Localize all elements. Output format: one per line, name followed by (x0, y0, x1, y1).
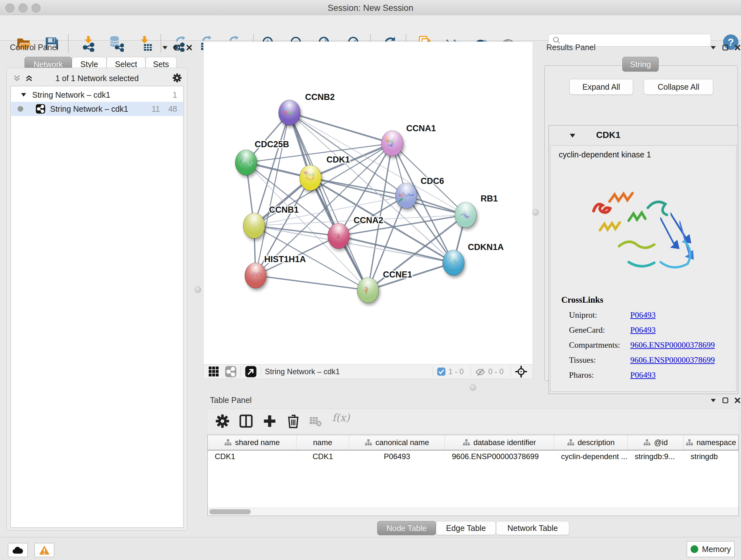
node-label-ccne1: CCNE1 (383, 270, 412, 279)
network-graph[interactable]: CCNB2CCNA1CDC25BCDK1CDC6RB1CCNB1CCNA2CDK… (204, 42, 533, 365)
column-header-namespace[interactable]: namespace (684, 435, 738, 450)
statusbar-separator (261, 366, 261, 377)
network-edge[interactable] (289, 113, 392, 143)
statusbar-separator (433, 366, 433, 377)
network-row[interactable]: String Network – cdk1 11 48 (11, 102, 183, 116)
crosslink-link[interactable]: P06493 (630, 310, 656, 320)
crosslink-link[interactable]: P06493 (630, 370, 656, 380)
window-titlebar: Session: New Session (0, 0, 741, 16)
table-toolbar: f(x) (207, 409, 739, 434)
network-collection-row[interactable]: String Network – cdk1 1 (11, 88, 183, 102)
column-header-database-identifier[interactable]: database identifier (445, 435, 554, 450)
network-edge[interactable] (256, 275, 368, 290)
table-cell[interactable]: cyclin-dependent ... (554, 450, 628, 463)
tab-network-table[interactable]: Network Table (496, 521, 569, 535)
crosslink-link[interactable]: P06493 (630, 325, 656, 335)
network-options-gear-icon[interactable] (172, 73, 182, 83)
network-node-ccna1[interactable]: CCNA1 (381, 124, 436, 156)
network-edge[interactable] (256, 113, 289, 275)
panel-menu-icon[interactable] (710, 397, 717, 404)
node-label-ccnb2: CCNB2 (305, 92, 335, 102)
fit-content-crosshair-icon[interactable] (515, 365, 528, 378)
table-cell[interactable]: stringdb:9... (628, 450, 684, 463)
add-column-icon[interactable] (262, 414, 277, 429)
network-node-cdkn1a[interactable]: CDKN1A (443, 242, 504, 275)
hidden-node-edge-counts: 0 - 0 (488, 367, 503, 376)
results-panel-title: Results Panel (546, 43, 596, 52)
warnings-button[interactable] (35, 543, 54, 557)
crosslink-row: Pharos:P06493 (561, 370, 715, 380)
delete-table-icon[interactable] (309, 415, 322, 427)
right-splitter-grip[interactable] (532, 209, 539, 215)
tree-expander-icon[interactable] (20, 91, 27, 98)
delete-column-icon[interactable] (286, 414, 301, 429)
network-badge-icon[interactable] (225, 366, 237, 378)
crosslink-link[interactable]: 9606.ENSP00000378699 (630, 340, 715, 350)
column-attribute-icon (685, 439, 693, 446)
results-panel: Results Panel String Expand All Collapse… (542, 40, 741, 391)
statusbar-separator (471, 366, 471, 377)
horizontal-splitter-grip[interactable] (470, 384, 476, 391)
birds-eye-view-icon[interactable] (208, 366, 219, 377)
control-panel: Control Panel Network Style Select Sets … (4, 40, 190, 536)
show-columns-icon[interactable] (239, 414, 254, 429)
table-options-gear-icon[interactable] (215, 414, 230, 429)
column-header-label: canonical name (375, 438, 429, 447)
panel-float-icon[interactable] (174, 44, 181, 51)
panel-float-icon[interactable] (722, 397, 729, 404)
detach-view-icon[interactable] (245, 366, 257, 378)
column-header-shared-name[interactable]: shared name (208, 435, 296, 450)
table-cell[interactable]: P06493 (349, 450, 445, 463)
hidden-eye-slash-icon[interactable] (475, 366, 486, 377)
scrollbar-thumb[interactable] (209, 509, 251, 514)
crosslink-row: Compartments:9606.ENSP00000378699 (561, 340, 715, 350)
cloud-status-button[interactable] (8, 543, 28, 557)
table-horizontal-scrollbar[interactable] (208, 508, 738, 516)
network-canvas[interactable]: CCNB2CCNA1CDC25BCDK1CDC6RB1CCNB1CCNA2CDK… (203, 42, 533, 365)
column-header-canonical-name[interactable]: canonical name (349, 435, 445, 450)
network-node-rb1[interactable]: RB1 (455, 194, 498, 228)
column-header--id[interactable]: @id (628, 435, 684, 450)
table-cell[interactable]: CDK1 (296, 450, 349, 463)
column-header-description[interactable]: description (554, 435, 628, 450)
network-edge[interactable] (339, 236, 454, 263)
network-current-dot (17, 106, 23, 112)
network-edge[interactable] (254, 226, 339, 236)
node-label-rb1: RB1 (481, 194, 498, 203)
panel-menu-icon[interactable] (161, 44, 169, 51)
network-node-hist1h1a[interactable]: HIST1H1A (245, 254, 306, 288)
network-row-label: String Network – cdk1 (50, 105, 151, 114)
gene-section-header[interactable]: CDK1 (549, 125, 738, 145)
panel-float-icon[interactable] (722, 44, 729, 51)
crosslink-link[interactable]: 9606.ENSP00000378699 (630, 355, 715, 365)
selected-checkbox-icon[interactable] (437, 367, 446, 376)
expand-all-button[interactable]: Expand All (569, 79, 633, 95)
crosslinks-section: CrossLinks Uniprot:P06493GeneCard:P06493… (561, 295, 715, 380)
table-row[interactable]: CDK1CDK1P064939606.ENSP00000378699cyclin… (208, 450, 738, 463)
crosslink-label: Uniprot: (569, 310, 630, 320)
tab-string[interactable]: String (622, 57, 659, 71)
tab-edge-table[interactable]: Edge Table (436, 521, 496, 535)
control-panel-title: Control Panel (10, 43, 58, 52)
statusbar-separator (241, 366, 241, 377)
table-cell[interactable]: 9606.ENSP00000378699 (445, 450, 554, 463)
table-cell[interactable]: CDK1 (208, 450, 296, 463)
panel-close-icon[interactable] (186, 44, 193, 51)
cloud-icon (12, 546, 23, 554)
collection-count: 1 (173, 90, 177, 100)
panel-menu-icon[interactable] (710, 44, 717, 51)
column-header-name[interactable]: name (296, 435, 349, 450)
network-edge[interactable] (289, 113, 466, 215)
collapse-all-button[interactable]: Collapse All (644, 79, 713, 95)
memory-button[interactable]: Memory (687, 541, 735, 557)
section-collapse-icon[interactable] (569, 132, 576, 139)
network-selection-bar: 1 of 1 Network selected (7, 71, 187, 85)
table-cell[interactable]: stringdb (684, 450, 738, 463)
panel-close-icon[interactable] (734, 397, 741, 404)
left-splitter-grip[interactable] (195, 287, 201, 293)
tab-node-table[interactable]: Node Table (377, 521, 436, 535)
panel-close-icon[interactable] (734, 44, 741, 51)
network-node-ccne1[interactable]: CCNE1 (357, 270, 412, 303)
network-collection-label: String Network – cdk1 (32, 90, 173, 100)
network-node-ccnb2[interactable]: CCNB2 (279, 92, 335, 125)
